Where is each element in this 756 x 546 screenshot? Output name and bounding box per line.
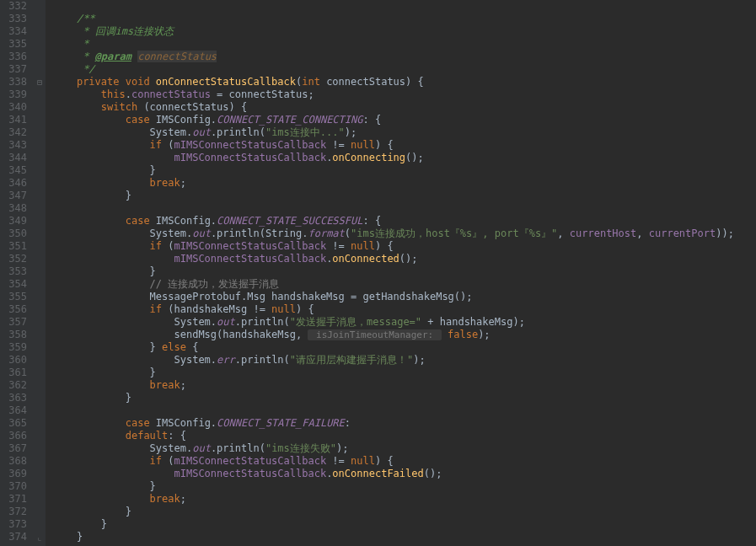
code-line[interactable]: this.connectStatus = connectStatus; — [52, 88, 756, 101]
line-number: 369 — [5, 468, 27, 480]
line-number: 338 — [5, 76, 27, 88]
line-number: 368 — [5, 455, 27, 468]
line-number: 351 — [5, 240, 27, 253]
line-number: 352 — [5, 253, 27, 265]
code-line[interactable]: } — [52, 392, 756, 404]
code-line[interactable]: break; — [52, 379, 756, 392]
line-number: 344 — [5, 152, 27, 164]
code-line[interactable]: case IMSConfig.CONNECT_STATE_FAILURE: — [52, 417, 756, 430]
code-line[interactable] — [52, 202, 756, 215]
code-line[interactable]: if (mIMSConnectStatusCallback != null) { — [52, 455, 756, 468]
code-line[interactable] — [52, 0, 756, 13]
line-number: 366 — [5, 430, 27, 442]
code-line[interactable]: System.err.println("请应用层构建握手消息！"); — [52, 354, 756, 367]
code-line[interactable]: sendMsg(handshakeMsg, isJoinTimeoutManag… — [52, 329, 756, 341]
code-line[interactable]: } — [52, 531, 756, 543]
code-line[interactable]: */ — [52, 63, 756, 76]
code-line[interactable]: /** — [52, 13, 756, 25]
code-line[interactable]: break; — [52, 493, 756, 506]
code-area[interactable]: /** * 回调ims连接状态 * * @param connectStatus… — [46, 0, 756, 546]
code-line[interactable]: private void onConnectStatusCallback(int… — [52, 76, 756, 88]
line-number: 333 — [5, 13, 27, 25]
code-line[interactable]: MessageProtobuf.Msg handshakeMsg = getHa… — [52, 291, 756, 303]
code-line[interactable]: } — [52, 506, 756, 518]
code-line[interactable]: mIMSConnectStatusCallback.onConnecting()… — [52, 152, 756, 164]
code-line[interactable]: System.out.println("ims连接失败"); — [52, 442, 756, 455]
line-number: 358 — [5, 329, 27, 341]
line-number: 336 — [5, 51, 27, 63]
line-number: 345 — [5, 164, 27, 177]
code-line[interactable]: case IMSConfig.CONNECT_STATE_CONNECTING:… — [52, 114, 756, 126]
code-line[interactable]: * — [52, 38, 756, 51]
code-line[interactable]: System.out.println("ims连接中..."); — [52, 126, 756, 139]
code-line[interactable]: } else { — [52, 341, 756, 354]
code-line[interactable]: if (mIMSConnectStatusCallback != null) { — [52, 240, 756, 253]
line-number: 364 — [5, 404, 27, 417]
fold-end-icon[interactable]: ⌞ — [35, 531, 44, 543]
line-number: 353 — [5, 265, 27, 278]
code-line[interactable]: if (mIMSConnectStatusCallback != null) { — [52, 139, 756, 152]
line-number: 332 — [5, 0, 27, 13]
code-line[interactable]: mIMSConnectStatusCallback.onConnectFaile… — [52, 468, 756, 480]
line-number: 354 — [5, 278, 27, 291]
code-line[interactable]: * @param connectStatus — [52, 51, 756, 63]
line-number: 343 — [5, 139, 27, 152]
line-number: 346 — [5, 177, 27, 190]
code-line[interactable]: default: { — [52, 430, 756, 442]
line-number: 365 — [5, 417, 27, 430]
code-line[interactable]: } — [52, 518, 756, 531]
line-number: 371 — [5, 493, 27, 506]
line-number: 350 — [5, 228, 27, 240]
code-line[interactable]: } — [52, 480, 756, 493]
line-number: 370 — [5, 480, 27, 493]
code-line[interactable]: } — [52, 367, 756, 379]
line-number-gutter: 3323333343353363373383393403413423433443… — [0, 0, 34, 546]
line-number: 337 — [5, 63, 27, 76]
line-number: 357 — [5, 316, 27, 329]
code-line[interactable] — [52, 404, 756, 417]
line-number: 362 — [5, 379, 27, 392]
code-line[interactable]: if (handshakeMsg != null) { — [52, 303, 756, 316]
code-line[interactable]: mIMSConnectStatusCallback.onConnected(); — [52, 253, 756, 265]
line-number: 367 — [5, 442, 27, 455]
code-line[interactable]: * 回调ims连接状态 — [52, 25, 756, 38]
line-number: 335 — [5, 38, 27, 51]
line-number: 372 — [5, 506, 27, 518]
code-line[interactable]: break; — [52, 177, 756, 190]
code-line[interactable]: } — [52, 164, 756, 177]
code-line[interactable]: System.out.println(String.format("ims连接成… — [52, 228, 756, 240]
line-number: 339 — [5, 88, 27, 101]
line-number: 360 — [5, 354, 27, 367]
line-number: 349 — [5, 215, 27, 228]
line-number: 348 — [5, 202, 27, 215]
fold-gutter[interactable]: ⊟⌞ — [34, 0, 46, 546]
line-number: 363 — [5, 392, 27, 404]
code-line[interactable]: } — [52, 265, 756, 278]
line-number: 374 — [5, 531, 27, 543]
line-number: 334 — [5, 25, 27, 38]
line-number: 347 — [5, 190, 27, 202]
code-line[interactable]: System.out.println("发送握手消息，message=" + h… — [52, 316, 756, 329]
code-line[interactable]: } — [52, 190, 756, 202]
code-line[interactable]: case IMSConfig.CONNECT_STATE_SUCCESSFUL:… — [52, 215, 756, 228]
code-line[interactable]: switch (connectStatus) { — [52, 101, 756, 114]
code-line[interactable]: // 连接成功，发送握手消息 — [52, 278, 756, 291]
line-number: 355 — [5, 291, 27, 303]
line-number: 356 — [5, 303, 27, 316]
code-editor[interactable]: 3323333343353363373383393403413423433443… — [0, 0, 756, 546]
line-number: 373 — [5, 518, 27, 531]
line-number: 341 — [5, 114, 27, 126]
line-number: 342 — [5, 126, 27, 139]
line-number: 359 — [5, 341, 27, 354]
fold-collapse-icon[interactable]: ⊟ — [35, 76, 44, 88]
line-number: 361 — [5, 367, 27, 379]
line-number: 340 — [5, 101, 27, 114]
